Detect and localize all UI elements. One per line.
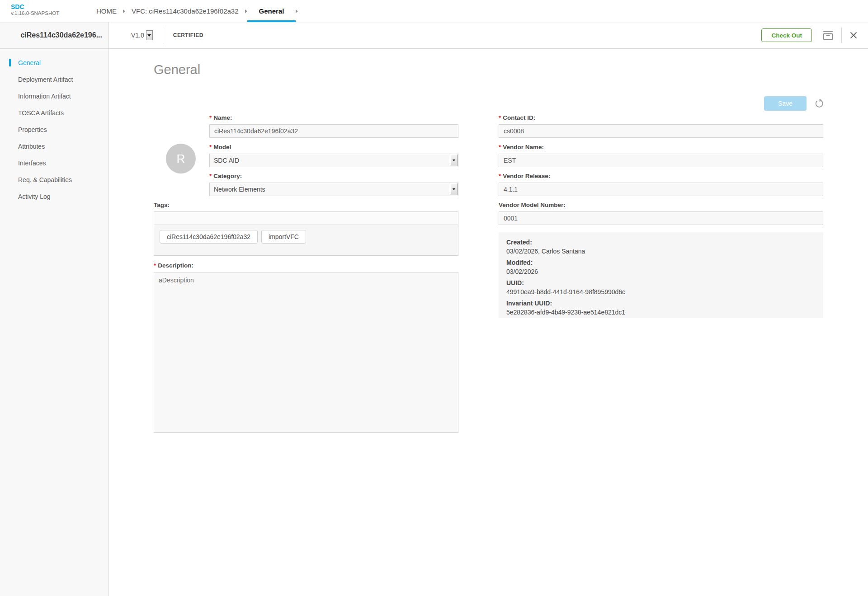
name-field-group: *Name: <box>209 114 458 138</box>
sidebar-item-req-capabilities[interactable]: Req. & Capabilities <box>0 171 108 188</box>
sdc-logo: SDC v.1.16.0-SNAPSHOT <box>11 3 59 16</box>
required-asterisk: * <box>209 114 212 121</box>
category-select-value: Network Elements <box>214 186 265 193</box>
left-menu: General Deployment Artifact Information … <box>0 49 109 596</box>
modified-label: Modifed: <box>506 258 816 267</box>
contact-id-field-group: *Contact ID: <box>499 114 823 138</box>
save-button[interactable]: Save <box>764 96 807 111</box>
resource-avatar: R <box>166 144 196 174</box>
vendor-model-number-label: Vendor Model Number: <box>499 202 823 208</box>
header-toolbar: V1.0 CERTIFIED Check Out <box>109 22 868 49</box>
tab-general-label: General <box>259 7 284 15</box>
sidebar-item-general[interactable]: General <box>0 54 108 71</box>
vendor-model-number-input[interactable] <box>499 211 823 225</box>
tags-label: Tags: <box>154 202 458 208</box>
contact-id-label: *Contact ID: <box>499 114 823 121</box>
archive-icon[interactable] <box>822 29 834 42</box>
category-field-group: *Category: Network Elements <box>209 173 458 196</box>
breadcrumb-vfc[interactable]: VFC: ciRes114c30da62e196f02a32 <box>132 7 239 15</box>
name-label: *Name: <box>209 114 458 121</box>
created-value: 03/02/2026, Carlos Santana <box>506 247 816 256</box>
vendor-name-input[interactable] <box>499 154 823 167</box>
tag-chip[interactable]: importVFC <box>261 230 306 244</box>
description-textarea[interactable]: aDescription <box>154 272 458 433</box>
vendor-release-input[interactable] <box>499 183 823 196</box>
breadcrumb-arrow-icon <box>296 9 298 13</box>
sidebar-item-deployment-artifact[interactable]: Deployment Artifact <box>0 71 108 88</box>
required-asterisk: * <box>499 114 501 121</box>
modified-meta: Modifed: 03/02/2026 <box>506 258 816 276</box>
model-select-value: SDC AID <box>214 157 239 164</box>
created-label: Created: <box>506 238 816 247</box>
modified-value: 03/02/2026 <box>506 267 816 276</box>
vendor-model-number-field-group: Vendor Model Number: <box>499 202 823 225</box>
required-asterisk: * <box>209 173 212 179</box>
created-meta: Created: 03/02/2026, Carlos Santana <box>506 238 816 256</box>
required-asterisk: * <box>154 262 156 269</box>
model-field-group: *Model SDC AID <box>209 144 458 167</box>
version-select-arrow-icon[interactable] <box>146 30 153 40</box>
invariant-uuid-meta: Invariant UUID: 5e282836-afd9-4b49-9238-… <box>506 299 816 317</box>
general-page: General Save R *Name: *Model SDC AID *Ca… <box>109 49 868 596</box>
sidebar-item-information-artifact[interactable]: Information Artifact <box>0 88 108 104</box>
sidebar-item-attributes[interactable]: Attributes <box>0 138 108 155</box>
tags-field-group: Tags: ciRes114c30da62e196f02a32 importVF… <box>154 202 458 256</box>
sidebar-item-tosca-artifacts[interactable]: TOSCA Artifacts <box>0 104 108 121</box>
description-label: *Description: <box>154 262 458 269</box>
refresh-icon[interactable] <box>814 99 824 110</box>
model-select[interactable]: SDC AID <box>209 154 458 167</box>
page-title: General <box>154 62 200 77</box>
breadcrumb-home[interactable]: HOME <box>96 7 117 15</box>
category-select[interactable]: Network Elements <box>209 183 458 196</box>
tags-list: ciRes114c30da62e196f02a32 importVFC <box>154 225 458 256</box>
app-name: SDC <box>11 3 59 10</box>
vendor-name-label: *Vendor Name: <box>499 144 823 150</box>
version-select-value: V1.0 <box>131 32 144 39</box>
sidebar-item-activity-log[interactable]: Activity Log <box>0 188 108 205</box>
close-icon[interactable] <box>849 31 858 40</box>
active-item-indicator <box>9 59 11 66</box>
header-divider <box>841 28 842 43</box>
vendor-name-field-group: *Vendor Name: <box>499 144 823 167</box>
uuid-label: UUID: <box>506 278 816 287</box>
uuid-value: 49910ea9-b8dd-441d-9164-98f895990d6c <box>506 287 816 296</box>
active-tab-underline <box>247 20 296 22</box>
select-arrow-icon[interactable] <box>450 183 458 195</box>
tags-input[interactable] <box>154 211 458 225</box>
app-version: v.1.16.0-SNAPSHOT <box>11 10 59 16</box>
check-out-button[interactable]: Check Out <box>761 28 812 42</box>
breadcrumb: HOME VFC: ciRes114c30da62e196f02a32 Gene… <box>90 0 298 22</box>
required-asterisk: * <box>499 144 501 150</box>
lifecycle-state-badge: CERTIFIED <box>173 32 203 38</box>
header-divider <box>163 27 163 44</box>
contact-id-input[interactable] <box>499 124 823 138</box>
required-asterisk: * <box>499 173 501 179</box>
invariant-uuid-label: Invariant UUID: <box>506 299 816 308</box>
resource-title: ciRes114c30da62e196... <box>20 31 102 39</box>
description-field-group: *Description: aDescription <box>154 262 458 435</box>
metadata-panel: Created: 03/02/2026, Carlos Santana Modi… <box>499 232 823 318</box>
name-input[interactable] <box>209 124 458 138</box>
select-arrow-icon[interactable] <box>450 155 458 166</box>
tab-general[interactable]: General <box>247 0 296 22</box>
sidebar-item-interfaces[interactable]: Interfaces <box>0 155 108 171</box>
vendor-release-field-group: *Vendor Release: <box>499 173 823 196</box>
top-nav-bar: SDC v.1.16.0-SNAPSHOT HOME VFC: ciRes114… <box>0 0 868 22</box>
model-label: *Model <box>209 144 458 150</box>
invariant-uuid-value: 5e282836-afd9-4b49-9238-ae514e821dc1 <box>506 308 816 317</box>
resource-title-panel: ciRes114c30da62e196... <box>0 22 109 49</box>
sidebar-item-properties[interactable]: Properties <box>0 121 108 138</box>
vendor-release-label: *Vendor Release: <box>499 173 823 179</box>
required-asterisk: * <box>209 144 212 150</box>
breadcrumb-arrow-icon <box>123 9 125 13</box>
version-select[interactable]: V1.0 <box>131 30 153 40</box>
tag-chip[interactable]: ciRes114c30da62e196f02a32 <box>160 230 258 244</box>
category-label: *Category: <box>209 173 458 179</box>
uuid-meta: UUID: 49910ea9-b8dd-441d-9164-98f895990d… <box>506 278 816 296</box>
